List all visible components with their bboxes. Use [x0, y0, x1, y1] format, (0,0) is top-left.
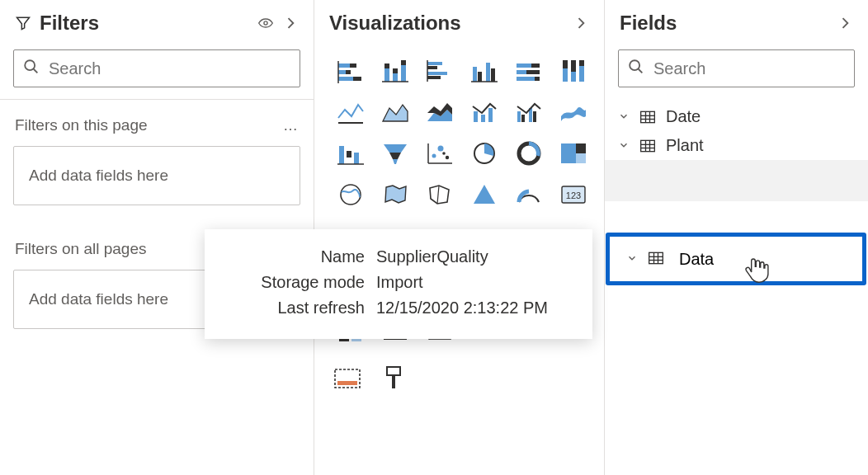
- svg-rect-13: [393, 68, 398, 73]
- search-icon: [627, 58, 645, 79]
- filters-search[interactable]: [13, 49, 300, 87]
- svg-rect-8: [353, 77, 361, 81]
- table-row[interactable]: Date: [605, 102, 868, 131]
- svg-rect-24: [486, 63, 490, 82]
- tooltip-key: Last refresh: [221, 299, 365, 317]
- drop-text: Add data fields here: [29, 167, 168, 184]
- svg-point-62: [442, 152, 446, 155]
- scatter-chart-icon[interactable]: [422, 137, 458, 170]
- svg-rect-34: [563, 60, 568, 68]
- line-clustered-column-icon[interactable]: [511, 96, 547, 129]
- treemap-icon[interactable]: [555, 137, 592, 170]
- svg-rect-47: [521, 115, 525, 122]
- stacked-area-icon[interactable]: [422, 96, 458, 129]
- svg-point-59: [432, 154, 436, 158]
- area-chart-icon[interactable]: [377, 96, 413, 129]
- line-stacked-column-icon[interactable]: [466, 96, 502, 129]
- svg-rect-28: [531, 63, 540, 68]
- visualizations-footer: [314, 356, 604, 402]
- table-tooltip: Name SupplierQuality Storage mode Import…: [205, 229, 592, 339]
- eye-icon[interactable]: [257, 15, 274, 31]
- svg-point-1: [25, 60, 35, 70]
- donut-chart-icon[interactable]: [511, 137, 547, 170]
- svg-rect-7: [338, 77, 353, 81]
- table-row-editing[interactable]: [605, 160, 868, 201]
- shape-map-icon[interactable]: [422, 178, 458, 211]
- clustered-column-icon[interactable]: [466, 54, 502, 87]
- svg-rect-95: [649, 252, 663, 263]
- svg-line-84: [639, 69, 643, 73]
- waterfall-icon[interactable]: [333, 137, 369, 170]
- table-name: Date: [666, 107, 860, 126]
- tooltip-row: Storage mode Import: [221, 270, 576, 295]
- card-icon[interactable]: 123: [555, 178, 592, 211]
- svg-rect-65: [561, 143, 576, 163]
- table-rename-input[interactable]: [674, 248, 839, 270]
- fields-header: Fields: [605, 0, 868, 49]
- svg-rect-19: [427, 72, 447, 75]
- svg-rect-30: [526, 70, 540, 74]
- chevron-right-icon[interactable]: [282, 15, 299, 31]
- svg-point-0: [264, 21, 267, 25]
- stacked-column-icon[interactable]: [377, 54, 413, 87]
- svg-rect-81: [387, 367, 400, 375]
- svg-rect-67: [576, 153, 586, 163]
- svg-marker-55: [389, 153, 401, 159]
- chevron-down-icon: [626, 252, 638, 267]
- svg-rect-82: [392, 375, 395, 388]
- map-icon[interactable]: [333, 178, 369, 211]
- azure-map-icon[interactable]: [466, 178, 502, 211]
- svg-rect-66: [576, 143, 586, 153]
- chevron-down-icon: [618, 107, 630, 126]
- svg-rect-22: [473, 67, 477, 82]
- table-row[interactable]: Plant: [605, 131, 868, 160]
- filters-page-dropwell[interactable]: Add data fields here: [13, 146, 300, 205]
- stacked-bar-icon[interactable]: [333, 54, 369, 87]
- visualizations-header: Visualizations: [314, 0, 604, 49]
- fields-tables-list: Date Plant: [605, 99, 868, 205]
- more-icon[interactable]: …: [283, 117, 299, 134]
- gauge-icon[interactable]: [511, 178, 547, 211]
- tooltip-row: Last refresh 12/15/2020 2:13:22 PM: [221, 295, 576, 321]
- fields-tab-icon[interactable]: [333, 364, 362, 394]
- svg-rect-85: [641, 111, 655, 122]
- svg-rect-43: [474, 111, 478, 122]
- pie-chart-icon[interactable]: [466, 137, 502, 170]
- svg-rect-17: [427, 62, 442, 65]
- svg-rect-45: [488, 108, 493, 122]
- svg-rect-3: [338, 63, 350, 68]
- svg-marker-56: [393, 159, 398, 164]
- fields-search-input[interactable]: [653, 59, 846, 78]
- clustered-bar-icon[interactable]: [422, 54, 458, 87]
- tooltip-value: SupplierQuality: [376, 247, 576, 266]
- svg-rect-50: [339, 146, 344, 164]
- visualizations-title: Visualizations: [329, 12, 564, 35]
- svg-rect-51: [347, 151, 351, 158]
- funnel-chart-icon[interactable]: [377, 137, 413, 170]
- fields-search[interactable]: [618, 49, 855, 87]
- svg-point-60: [438, 146, 444, 152]
- svg-rect-32: [535, 77, 540, 81]
- line-chart-icon[interactable]: [333, 96, 369, 129]
- table-icon: [646, 250, 666, 270]
- ribbon-chart-icon[interactable]: [555, 96, 592, 129]
- tooltip-row: Name SupplierQuality: [221, 244, 576, 270]
- svg-rect-52: [354, 153, 359, 164]
- svg-rect-36: [571, 60, 576, 72]
- chevron-down-icon: [618, 136, 630, 155]
- hundred-stacked-bar-icon[interactable]: [511, 54, 547, 87]
- chevron-right-icon[interactable]: [573, 15, 589, 31]
- fields-title: Fields: [620, 12, 828, 35]
- search-icon: [22, 58, 40, 79]
- table-icon: [638, 138, 658, 154]
- filters-title: Filters: [40, 12, 249, 35]
- hundred-stacked-column-icon[interactable]: [555, 54, 592, 87]
- chevron-right-icon[interactable]: [837, 15, 853, 31]
- tooltip-key: Storage mode: [221, 273, 365, 292]
- svg-rect-12: [393, 73, 398, 82]
- fields-pane: Fields Date Plant: [604, 0, 868, 475]
- svg-rect-15: [401, 60, 406, 65]
- filters-search-input[interactable]: [49, 59, 291, 78]
- filled-map-icon[interactable]: [377, 178, 413, 211]
- format-tab-icon[interactable]: [379, 364, 408, 394]
